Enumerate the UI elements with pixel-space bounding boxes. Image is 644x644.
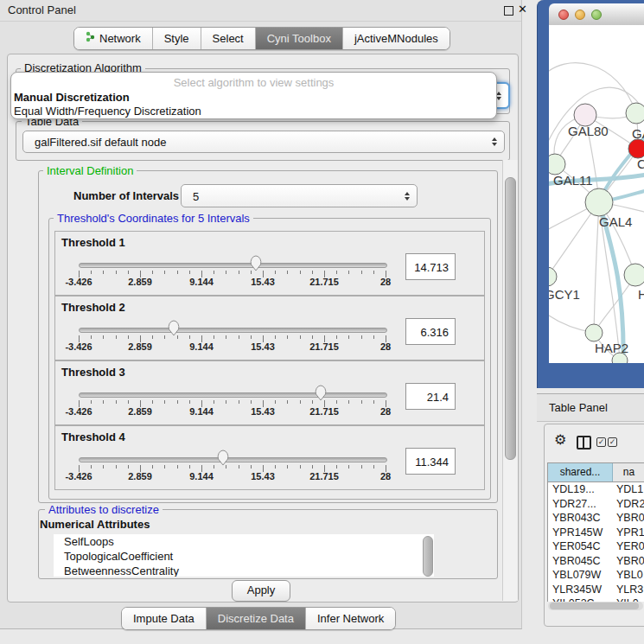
table-cell[interactable]: YDR27... xyxy=(548,497,613,512)
table-cell[interactable]: YLR345W xyxy=(548,583,613,597)
tab-style[interactable]: Style xyxy=(152,28,201,49)
table-cell[interactable]: YBR0 xyxy=(613,511,644,526)
threshold-1-slider-track[interactable] xyxy=(79,263,387,268)
threshold-label: Threshold 3 xyxy=(61,366,125,379)
node-label-gal11: GAL11 xyxy=(553,173,593,188)
network-node-top-right-node[interactable] xyxy=(626,103,644,124)
tab-infer-network[interactable]: Infer Network xyxy=(305,608,395,629)
combo-arrows-icon xyxy=(492,137,497,146)
minor-tick xyxy=(373,271,374,274)
algorithm-option-equal-width-frequency-discretization[interactable]: Equal Width/Frequency Discretization xyxy=(11,105,496,118)
table-row[interactable]: YBR043CYBR0 xyxy=(548,511,644,526)
table-cell[interactable]: YBR045C xyxy=(548,554,613,569)
close-icon[interactable]: ✕ xyxy=(518,3,527,16)
table-column-header-shared-[interactable]: shared... xyxy=(548,463,613,481)
table-cell[interactable]: YBL0 xyxy=(613,568,644,583)
attributes-list-scrollbar[interactable] xyxy=(423,536,433,577)
tab-discretize-data[interactable]: Discretize Data xyxy=(206,608,305,629)
minor-tick xyxy=(348,465,349,469)
threshold-4-slider-track[interactable] xyxy=(79,457,387,462)
minor-tick xyxy=(336,400,337,404)
minor-tick xyxy=(226,335,226,339)
node-label-c: C xyxy=(637,156,644,171)
threshold-2-slider-thumb[interactable] xyxy=(168,320,181,336)
minor-tick xyxy=(189,271,190,274)
tick-label: 2.859 xyxy=(128,406,152,417)
attribute-item[interactable]: TopologicalCoefficient xyxy=(54,549,434,564)
tab-impute-data[interactable]: Impute Data xyxy=(122,608,206,629)
tick-label: 9.144 xyxy=(189,341,214,352)
network-node-HAP2-node[interactable] xyxy=(585,324,603,341)
table-horizontal-scrollbar[interactable] xyxy=(548,602,643,610)
panel-scrollbar-thumb[interactable] xyxy=(505,177,516,460)
algorithm-option-manual-discretization[interactable]: Manual Discretization xyxy=(11,91,496,105)
network-node-GAL4-node[interactable] xyxy=(585,188,613,216)
table-cell[interactable]: YDR2 xyxy=(613,497,644,512)
gear-icon[interactable]: ⚙ xyxy=(554,433,566,447)
threshold-1-slider-thumb[interactable] xyxy=(249,255,262,271)
minor-tick xyxy=(361,400,362,404)
table-row[interactable]: YER054CYER0 xyxy=(548,539,644,554)
close-traffic-light-icon[interactable] xyxy=(558,10,569,20)
minor-tick xyxy=(103,400,104,404)
table-horizontal-scrollbar-thumb[interactable] xyxy=(550,603,639,609)
threshold-1-value-field[interactable]: 14.713 xyxy=(405,253,456,280)
float-window-icon[interactable] xyxy=(504,6,513,16)
tab-jactivemnodules[interactable]: jActiveMNodules xyxy=(342,28,450,49)
threshold-3-slider-thumb[interactable] xyxy=(315,385,328,401)
table-cell[interactable]: YDL1 xyxy=(613,482,644,497)
threshold-2-slider-track[interactable] xyxy=(79,328,387,333)
network-node-H-node[interactable] xyxy=(624,264,644,286)
threshold-2-value-field[interactable]: 6.316 xyxy=(405,318,456,345)
minor-tick xyxy=(275,335,276,339)
table-cell[interactable]: YER0 xyxy=(613,539,644,554)
attribute-item[interactable]: BetweennessCentrality xyxy=(54,564,434,577)
table-cell[interactable]: YPR145W xyxy=(548,526,613,540)
threshold-3-slider-track[interactable] xyxy=(79,392,387,398)
split-column-icon[interactable] xyxy=(577,436,591,450)
threshold-4-value-field[interactable]: 11.344 xyxy=(405,448,456,475)
table-row[interactable]: YBR045CYBR0 xyxy=(548,554,644,569)
network-node-red-node[interactable] xyxy=(628,139,644,158)
table-column-header-na[interactable]: na xyxy=(613,463,644,481)
table-row[interactable]: YDL19...YDL1 xyxy=(548,482,644,497)
tab-cyni-toolbox[interactable]: Cyni Toolbox xyxy=(255,28,342,49)
table-cell[interactable]: YBL079W xyxy=(548,568,613,583)
table-data-combobox[interactable]: galFiltered.sif default node xyxy=(22,131,505,153)
minimize-traffic-light-icon[interactable] xyxy=(575,10,585,20)
table-row[interactable]: YDR27...YDR2 xyxy=(548,497,644,512)
table-row[interactable]: YPR145WYPR1 xyxy=(548,526,644,540)
network-node-GCY1-node[interactable] xyxy=(549,267,557,286)
tab-select[interactable]: Select xyxy=(201,28,255,49)
tick-label: 9.144 xyxy=(189,406,214,417)
table-cell[interactable]: YDL19... xyxy=(548,482,613,497)
threshold-3-value-field[interactable]: 21.4 xyxy=(405,383,456,410)
network-node-GAL11-node[interactable] xyxy=(549,154,565,175)
table-cell[interactable]: YBR043C xyxy=(548,511,613,526)
table-cell[interactable]: YLR3 xyxy=(613,583,644,597)
checkbox-icon[interactable]: ✓ xyxy=(596,437,606,447)
apply-button[interactable]: Apply xyxy=(232,580,290,602)
node-label-gal80: GAL80 xyxy=(568,124,609,138)
table-row[interactable]: YBL079WYBL0 xyxy=(548,568,644,583)
interval-definition-group-title: Interval Definition xyxy=(43,164,137,177)
checkbox-icon[interactable]: ✓ xyxy=(608,437,617,447)
threshold-4-slider-thumb[interactable] xyxy=(216,450,229,466)
number-of-intervals-combobox[interactable]: 5 xyxy=(181,184,418,207)
network-icon xyxy=(86,29,95,49)
minor-tick xyxy=(116,335,117,339)
minor-tick xyxy=(348,271,349,274)
tab-network[interactable]: Network xyxy=(74,28,152,49)
network-canvas[interactable]: GAL80GACGAL11GAL4GCY1HHAP2 xyxy=(549,25,644,363)
table-cell[interactable]: YER054C xyxy=(548,539,613,554)
attribute-item[interactable]: SelfLoops xyxy=(54,534,434,549)
control-panel: Control Panel ✕ NetworkStyleSelectCyni T… xyxy=(0,0,522,629)
table-cell[interactable]: YPR1 xyxy=(613,526,644,540)
numerical-attributes-list[interactable]: SelfLoopsTopologicalCoefficientBetweenne… xyxy=(54,534,434,577)
table-row[interactable]: YLR345WYLR3 xyxy=(548,583,644,597)
zoom-traffic-light-icon[interactable] xyxy=(591,10,602,20)
tick-label: 21.715 xyxy=(309,471,339,481)
table-cell[interactable]: YBR0 xyxy=(613,554,644,569)
minor-tick xyxy=(300,335,301,339)
minor-tick xyxy=(152,400,153,404)
